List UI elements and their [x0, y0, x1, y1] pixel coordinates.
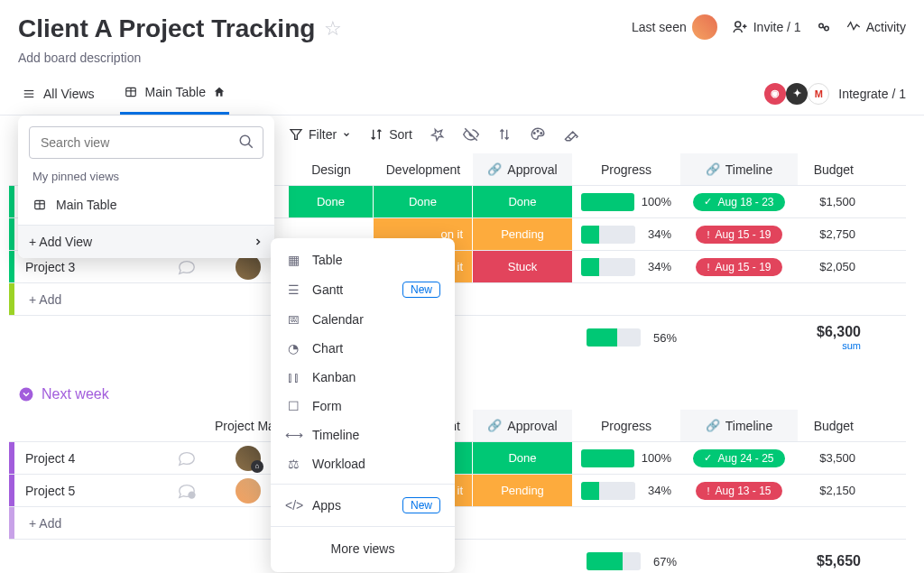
progress-value: 34% — [642, 260, 671, 273]
menu-icon — [22, 88, 36, 100]
view-option-timeline[interactable]: ⟷ Timeline — [271, 421, 455, 449]
board-description[interactable]: Add board description — [18, 51, 342, 65]
status-cell[interactable]: Done — [374, 186, 473, 217]
hide-icon[interactable] — [463, 126, 479, 143]
project-name[interactable]: Project 4 — [25, 451, 75, 466]
link-icon: 🔗 — [706, 162, 720, 176]
search-view-input[interactable] — [29, 126, 263, 159]
col-design[interactable]: Design — [289, 162, 374, 177]
pin-icon[interactable] — [430, 127, 445, 142]
views-bar: All Views Main Table ◉ ✦ M Integrate / 1 — [0, 72, 924, 116]
eraser-icon[interactable] — [564, 126, 580, 143]
board-header: Client A Project Tracking ☆ Add board de… — [0, 0, 924, 72]
activity-button[interactable]: Activity — [846, 20, 906, 34]
chat-icon[interactable]: 1 — [177, 481, 197, 501]
approval-cell[interactable]: Pending — [473, 218, 572, 250]
progress-cell[interactable]: 34% — [572, 258, 680, 276]
view-option-table[interactable]: ▦ Table — [271, 245, 455, 274]
col-progress[interactable]: Progress — [572, 162, 680, 177]
view-option-chart[interactable]: ◔ Chart — [271, 334, 455, 363]
progress-cell[interactable]: 34% — [572, 482, 680, 500]
chat-icon[interactable] — [177, 257, 197, 277]
progress-cell[interactable]: 100% — [572, 449, 680, 467]
budget-cell[interactable]: $3,500 — [798, 451, 861, 465]
summary-progress: 56% — [578, 328, 686, 347]
more-views-button[interactable]: More views — [271, 532, 455, 565]
chat-icon[interactable] — [177, 448, 197, 468]
all-views-label: All Views — [43, 87, 95, 101]
approval-cell[interactable]: Pending — [473, 475, 572, 506]
views-dropdown-panel: My pinned views Main Table + Add View — [18, 116, 274, 258]
automations-icon[interactable] — [816, 19, 832, 35]
approval-cell[interactable]: Done — [473, 186, 572, 217]
col-timeline[interactable]: 🔗 Timeline — [680, 153, 798, 185]
col-timeline-label: Timeline — [725, 162, 772, 177]
view-option-apps[interactable]: </> Apps New — [271, 490, 455, 521]
sort-button[interactable]: Sort — [369, 127, 412, 142]
project-name[interactable]: Project 5 — [25, 484, 75, 498]
last-seen-button[interactable]: Last seen — [632, 14, 717, 40]
home-badge-icon: ⌂ — [251, 460, 263, 473]
gmail-icon: M — [808, 83, 829, 105]
add-item-label: + Add — [14, 516, 61, 531]
color-icon[interactable] — [530, 126, 546, 143]
budget-cell[interactable]: $1,500 — [798, 195, 861, 208]
budget-cell[interactable]: $2,150 — [798, 484, 861, 497]
col-budget[interactable]: Budget — [798, 162, 861, 177]
row-color — [9, 218, 14, 250]
table-row[interactable]: Project 5 1 on it Pending 34% !Aug 13 - … — [9, 475, 906, 507]
avatar — [236, 478, 261, 504]
col-timeline[interactable]: 🔗 Timeline — [680, 410, 798, 441]
col-approval[interactable]: 🔗 Approval — [473, 153, 572, 185]
table-row[interactable]: Project 4 ⌂ Done 100% ✓Aug 24 - 25 $3,50… — [9, 442, 906, 475]
pinned-view-item[interactable]: Main Table — [29, 190, 263, 219]
project-name[interactable]: Project 3 — [25, 260, 75, 274]
timeline-cell[interactable]: !Aug 15 - 19 — [680, 226, 798, 244]
timeline-cell[interactable]: !Aug 15 - 19 — [680, 258, 798, 276]
group-header[interactable]: Next week — [18, 386, 906, 402]
svg-point-10 — [533, 133, 535, 134]
approval-cell[interactable]: Done — [473, 442, 572, 474]
link-icon: 🔗 — [706, 419, 720, 432]
height-icon[interactable] — [497, 127, 512, 142]
integrate-label[interactable]: Integrate / 1 — [838, 87, 906, 101]
status-cell[interactable]: Done — [289, 186, 374, 217]
svg-point-16 — [240, 135, 250, 145]
integration-badges[interactable]: ◉ ✦ M — [764, 83, 829, 105]
budget-cell[interactable]: $2,050 — [798, 260, 861, 273]
board-title[interactable]: Client A Project Tracking — [18, 14, 315, 43]
all-views-tab[interactable]: All Views — [18, 72, 98, 115]
workload-icon: ⚖ — [285, 457, 301, 471]
invite-button[interactable]: Invite / 1 — [732, 19, 801, 35]
budget-cell[interactable]: $2,750 — [798, 227, 861, 241]
col-budget[interactable]: Budget — [798, 419, 861, 433]
view-option-form[interactable]: ☐ Form — [271, 392, 455, 421]
alert-icon: ! — [707, 262, 709, 273]
main-table-tab[interactable]: Main Table — [120, 72, 229, 115]
star-icon[interactable]: ☆ — [324, 17, 342, 41]
add-item-row[interactable]: + Add — [9, 507, 906, 540]
chevron-down-icon — [342, 130, 351, 139]
filter-button[interactable]: Filter — [289, 127, 351, 142]
menu-separator — [271, 526, 455, 527]
progress-cell[interactable]: 34% — [572, 226, 680, 244]
col-progress[interactable]: Progress — [572, 419, 680, 433]
summary-row: 67% $5,650 — [9, 540, 906, 573]
svg-line-17 — [248, 143, 253, 148]
timeline-cell[interactable]: ✓Aug 18 - 23 — [680, 193, 798, 211]
approval-cell[interactable]: Stuck — [473, 251, 572, 282]
timeline-cell[interactable]: ✓Aug 24 - 25 — [680, 449, 798, 467]
timeline-cell[interactable]: !Aug 13 - 15 — [680, 482, 798, 500]
add-item-row[interactable]: + Add — [9, 283, 906, 316]
view-option-kanban[interactable]: ⫿⫿ Kanban — [271, 363, 455, 392]
col-development[interactable]: Development — [374, 162, 473, 177]
add-view-button[interactable]: + Add View — [18, 225, 274, 258]
person-plus-icon — [732, 19, 748, 35]
table-icon — [32, 199, 47, 211]
progress-cell[interactable]: 100% — [572, 193, 680, 211]
view-option-gantt[interactable]: ☰ Gantt New — [271, 274, 455, 305]
svg-text:1: 1 — [190, 492, 193, 497]
view-option-workload[interactable]: ⚖ Workload — [271, 449, 455, 478]
col-approval[interactable]: 🔗 Approval — [473, 410, 572, 441]
view-option-calendar[interactable]: 📅︎ Calendar — [271, 305, 455, 334]
